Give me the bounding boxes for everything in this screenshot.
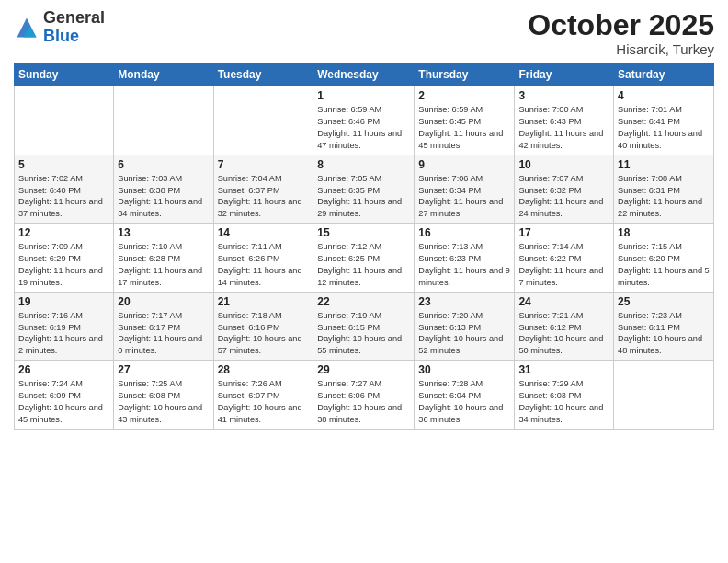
day-info: Sunrise: 7:00 AM Sunset: 6:43 PM Dayligh… [518,104,609,152]
logo-text: General Blue [43,9,105,46]
day-number: 5 [18,158,109,171]
logo-blue-text: Blue [43,27,79,45]
day-info: Sunrise: 7:18 AM Sunset: 6:16 PM Dayligh… [218,310,310,358]
calendar-cell [114,86,213,155]
day-info: Sunrise: 7:24 AM Sunset: 6:09 PM Dayligh… [18,378,109,426]
day-number: 4 [618,89,710,102]
calendar-cell: 11Sunrise: 7:08 AM Sunset: 6:31 PM Dayli… [614,155,714,224]
calendar-cell: 13Sunrise: 7:10 AM Sunset: 6:28 PM Dayli… [114,224,213,293]
calendar-header-thursday: Thursday [415,63,515,86]
day-number: 31 [518,363,609,376]
day-number: 24 [518,295,609,308]
calendar-cell: 8Sunrise: 7:05 AM Sunset: 6:35 PM Daylig… [313,155,415,224]
calendar-cell: 27Sunrise: 7:25 AM Sunset: 6:08 PM Dayli… [114,361,213,430]
day-info: Sunrise: 7:26 AM Sunset: 6:07 PM Dayligh… [218,378,310,426]
day-info: Sunrise: 7:21 AM Sunset: 6:12 PM Dayligh… [518,310,609,358]
day-number: 13 [118,226,209,239]
day-info: Sunrise: 7:14 AM Sunset: 6:22 PM Dayligh… [518,241,609,289]
location: Hisarcik, Turkey [528,41,714,57]
day-info: Sunrise: 7:12 AM Sunset: 6:25 PM Dayligh… [317,241,410,289]
day-info: Sunrise: 7:17 AM Sunset: 6:17 PM Dayligh… [118,310,209,358]
calendar-week-1: 1Sunrise: 6:59 AM Sunset: 6:46 PM Daylig… [15,86,714,155]
calendar-cell: 26Sunrise: 7:24 AM Sunset: 6:09 PM Dayli… [15,361,114,430]
calendar-cell: 22Sunrise: 7:19 AM Sunset: 6:15 PM Dayli… [313,292,415,361]
day-info: Sunrise: 7:01 AM Sunset: 6:41 PM Dayligh… [618,104,710,152]
calendar-cell [614,361,714,430]
day-number: 6 [118,158,209,171]
logo: General Blue [14,9,105,46]
calendar-cell: 2Sunrise: 6:59 AM Sunset: 6:45 PM Daylig… [415,86,515,155]
day-number: 20 [118,295,209,308]
calendar-header-monday: Monday [114,63,213,86]
calendar-header-row: SundayMondayTuesdayWednesdayThursdayFrid… [15,63,714,86]
calendar-cell: 14Sunrise: 7:11 AM Sunset: 6:26 PM Dayli… [213,224,313,293]
day-info: Sunrise: 7:25 AM Sunset: 6:08 PM Dayligh… [118,378,209,426]
day-number: 14 [218,226,310,239]
day-info: Sunrise: 7:03 AM Sunset: 6:38 PM Dayligh… [118,173,209,221]
day-info: Sunrise: 7:06 AM Sunset: 6:34 PM Dayligh… [418,173,510,221]
day-info: Sunrise: 7:20 AM Sunset: 6:13 PM Dayligh… [418,310,510,358]
day-info: Sunrise: 7:02 AM Sunset: 6:40 PM Dayligh… [18,173,109,221]
day-number: 17 [518,226,609,239]
day-number: 28 [218,363,310,376]
day-info: Sunrise: 7:05 AM Sunset: 6:35 PM Dayligh… [317,173,410,221]
calendar-header-tuesday: Tuesday [213,63,313,86]
day-number: 30 [418,363,510,376]
day-number: 27 [118,363,209,376]
day-info: Sunrise: 6:59 AM Sunset: 6:46 PM Dayligh… [317,104,410,152]
calendar-table: SundayMondayTuesdayWednesdayThursdayFrid… [14,63,714,430]
calendar-cell: 31Sunrise: 7:29 AM Sunset: 6:03 PM Dayli… [515,361,614,430]
month-title: October 2025 [528,9,714,41]
day-info: Sunrise: 7:10 AM Sunset: 6:28 PM Dayligh… [118,241,209,289]
calendar-cell: 6Sunrise: 7:03 AM Sunset: 6:38 PM Daylig… [114,155,213,224]
calendar-header-wednesday: Wednesday [313,63,415,86]
day-info: Sunrise: 7:08 AM Sunset: 6:31 PM Dayligh… [618,173,710,221]
day-info: Sunrise: 7:28 AM Sunset: 6:04 PM Dayligh… [418,378,510,426]
day-number: 19 [18,295,109,308]
day-info: Sunrise: 7:11 AM Sunset: 6:26 PM Dayligh… [218,241,310,289]
day-info: Sunrise: 7:23 AM Sunset: 6:11 PM Dayligh… [618,310,710,358]
calendar-cell: 30Sunrise: 7:28 AM Sunset: 6:04 PM Dayli… [415,361,515,430]
calendar-cell: 18Sunrise: 7:15 AM Sunset: 6:20 PM Dayli… [614,224,714,293]
day-number: 15 [317,226,410,239]
day-info: Sunrise: 6:59 AM Sunset: 6:45 PM Dayligh… [418,104,510,152]
day-number: 26 [18,363,109,376]
calendar-cell [213,86,313,155]
day-number: 29 [317,363,410,376]
day-info: Sunrise: 7:19 AM Sunset: 6:15 PM Dayligh… [317,310,410,358]
calendar-header-sunday: Sunday [15,63,114,86]
calendar-cell: 7Sunrise: 7:04 AM Sunset: 6:37 PM Daylig… [213,155,313,224]
day-info: Sunrise: 7:15 AM Sunset: 6:20 PM Dayligh… [618,241,710,289]
calendar-cell: 3Sunrise: 7:00 AM Sunset: 6:43 PM Daylig… [515,86,614,155]
calendar-cell: 23Sunrise: 7:20 AM Sunset: 6:13 PM Dayli… [415,292,515,361]
day-number: 11 [618,158,710,171]
day-info: Sunrise: 7:16 AM Sunset: 6:19 PM Dayligh… [18,310,109,358]
day-number: 16 [418,226,510,239]
calendar-week-2: 5Sunrise: 7:02 AM Sunset: 6:40 PM Daylig… [15,155,714,224]
calendar-cell [15,86,114,155]
day-number: 7 [218,158,310,171]
calendar-cell: 5Sunrise: 7:02 AM Sunset: 6:40 PM Daylig… [15,155,114,224]
day-info: Sunrise: 7:09 AM Sunset: 6:29 PM Dayligh… [18,241,109,289]
calendar-cell: 10Sunrise: 7:07 AM Sunset: 6:32 PM Dayli… [515,155,614,224]
day-number: 2 [418,89,510,102]
day-number: 9 [418,158,510,171]
calendar-cell: 20Sunrise: 7:17 AM Sunset: 6:17 PM Dayli… [114,292,213,361]
calendar-cell: 12Sunrise: 7:09 AM Sunset: 6:29 PM Dayli… [15,224,114,293]
calendar-cell: 19Sunrise: 7:16 AM Sunset: 6:19 PM Dayli… [15,292,114,361]
calendar-week-3: 12Sunrise: 7:09 AM Sunset: 6:29 PM Dayli… [15,224,714,293]
calendar-cell: 21Sunrise: 7:18 AM Sunset: 6:16 PM Dayli… [213,292,313,361]
day-number: 1 [317,89,410,102]
day-number: 18 [618,226,710,239]
day-info: Sunrise: 7:07 AM Sunset: 6:32 PM Dayligh… [518,173,609,221]
calendar-week-5: 26Sunrise: 7:24 AM Sunset: 6:09 PM Dayli… [15,361,714,430]
logo-icon [14,15,40,40]
calendar-cell: 24Sunrise: 7:21 AM Sunset: 6:12 PM Dayli… [515,292,614,361]
calendar-cell: 29Sunrise: 7:27 AM Sunset: 6:06 PM Dayli… [313,361,415,430]
day-info: Sunrise: 7:27 AM Sunset: 6:06 PM Dayligh… [317,378,410,426]
day-number: 8 [317,158,410,171]
logo-general-text: General [43,8,105,27]
day-number: 3 [518,89,609,102]
title-block: October 2025 Hisarcik, Turkey [528,9,714,57]
calendar-cell: 9Sunrise: 7:06 AM Sunset: 6:34 PM Daylig… [415,155,515,224]
